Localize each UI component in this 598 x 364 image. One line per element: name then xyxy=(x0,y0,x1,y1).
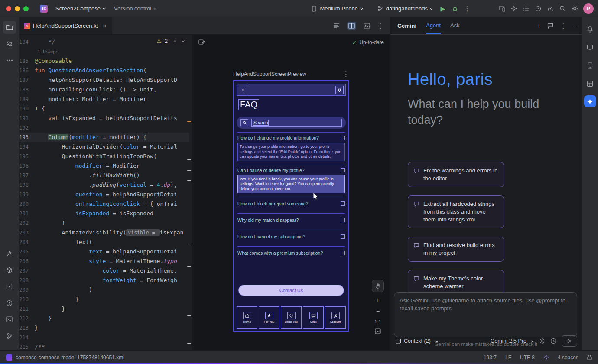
split-view-button[interactable] xyxy=(347,22,356,30)
faq-question-row[interactable]: How do I block or report someone? xyxy=(237,200,345,208)
device-selector[interactable]: Medium Phone xyxy=(307,3,367,15)
code-line[interactable]: 190) { xyxy=(19,104,189,114)
zoom-ratio-button[interactable]: 1:1 xyxy=(374,319,381,324)
search-icon[interactable] xyxy=(556,3,569,15)
next-warning-icon[interactable] xyxy=(182,39,185,42)
usages-inlay[interactable]: 1 Usage xyxy=(35,49,59,55)
caret-position[interactable]: 193:7 xyxy=(484,354,497,361)
project-tool-button[interactable] xyxy=(3,21,16,34)
code-line[interactable]: 1 Usage xyxy=(19,47,189,56)
expand-icon[interactable] xyxy=(341,234,345,239)
code-line[interactable]: 194 HorizontalDivider(color = Material xyxy=(19,142,189,152)
code-line[interactable]: 203 AnimatedVisibility(visible = isExpan xyxy=(19,228,189,237)
search-bar[interactable]: Search xyxy=(237,117,346,129)
code-line[interactable]: 214 xyxy=(19,333,189,342)
pan-hand-button[interactable] xyxy=(372,280,384,292)
faq-question-row[interactable]: Why did my match disappear? xyxy=(237,216,345,224)
tab-agent[interactable]: Agent xyxy=(426,17,441,34)
expand-icon[interactable] xyxy=(341,202,345,206)
code-line[interactable]: 189 modifier: Modifier = Modifier xyxy=(19,94,189,104)
code-line[interactable]: 197 .fillMaxWidth() xyxy=(19,171,189,180)
search-input[interactable]: Search xyxy=(251,119,342,127)
code-line[interactable]: 187 helpAndSupportDetails: HelpAndSuppor… xyxy=(19,75,189,85)
nav-item-for-you[interactable]: For You xyxy=(259,306,280,329)
suggestion-card[interactable]: Extract all hardcoded strings from this … xyxy=(408,195,504,228)
nav-item-chat[interactable]: Chat xyxy=(303,306,324,329)
layout-inspector-icon[interactable] xyxy=(584,77,597,90)
code-line[interactable]: 198 .padding(vertical = 4.dp), xyxy=(19,180,189,190)
code-line[interactable]: 211 } xyxy=(19,304,189,314)
minimize-window-button[interactable] xyxy=(15,6,20,11)
code-line[interactable]: 202 ) xyxy=(19,218,189,228)
conversations-icon[interactable] xyxy=(547,23,553,29)
expand-icon[interactable] xyxy=(341,168,345,172)
file-encoding[interactable]: UTF-8 xyxy=(520,354,535,361)
inspections-widget[interactable]: ⚠ 2 xyxy=(154,37,187,45)
code-line[interactable]: 186fun QuestionAndAnswerInfoSection( xyxy=(19,66,189,75)
code-line[interactable]: 213} xyxy=(19,323,189,333)
ui-check-icon[interactable] xyxy=(198,39,205,46)
tab-ask[interactable]: Ask xyxy=(450,17,460,34)
code-line[interactable]: 205 text = helpAndSupportDetai xyxy=(19,247,189,257)
device-mirroring-icon[interactable] xyxy=(496,3,508,15)
previous-warning-icon[interactable] xyxy=(173,40,176,43)
faq-question-row[interactable]: What comes with a premium subscription? xyxy=(237,249,345,257)
indent-config[interactable]: 4 spaces xyxy=(558,354,578,361)
code-line[interactable]: 185@Composable xyxy=(19,56,189,66)
settings-gear-icon[interactable] xyxy=(335,86,344,94)
back-icon[interactable]: ‹ xyxy=(239,86,247,94)
expand-icon[interactable] xyxy=(341,218,345,222)
preview-sync-status[interactable]: ✓ Up-to-date xyxy=(352,39,384,46)
faq-question-row[interactable]: How do I cancel my subscription? xyxy=(237,233,345,240)
suggestion-card[interactable]: Find and resolve build errors in my proj… xyxy=(408,237,504,262)
faq-question-row[interactable]: How do I change my profile information? xyxy=(237,134,345,142)
project-menu[interactable]: Screen2Compose xyxy=(51,3,110,15)
code-line[interactable]: 210 } xyxy=(19,295,189,304)
code-line[interactable]: 208 fontWeight = FontWeigh xyxy=(19,276,189,285)
lock-icon[interactable] xyxy=(587,354,592,360)
ai-chats-icon[interactable] xyxy=(584,41,597,54)
run-options-kebab[interactable]: ⋮ xyxy=(461,3,473,15)
code-line[interactable]: 215/** xyxy=(19,342,189,350)
design-view-button[interactable] xyxy=(362,22,371,30)
device-manager-icon[interactable] xyxy=(584,59,597,72)
dependencies-tool-button[interactable] xyxy=(3,263,16,276)
close-window-button[interactable] xyxy=(6,6,11,11)
close-tab-icon[interactable]: × xyxy=(103,23,106,29)
line-separator[interactable]: LF xyxy=(505,354,511,361)
build-tool-button[interactable] xyxy=(3,247,16,260)
code-line[interactable]: 191 val isExpanded = helpAndSupportDetai… xyxy=(19,114,189,123)
problems-tool-button[interactable] xyxy=(3,296,16,309)
app-insights-icon[interactable] xyxy=(544,3,556,15)
faq-question-row[interactable]: Can I pause or delete my profile? xyxy=(237,166,345,174)
code-line[interactable]: 204 Text( xyxy=(19,237,189,247)
debug-button[interactable] xyxy=(449,3,461,15)
zoom-to-fit-button[interactable] xyxy=(375,328,381,334)
nav-item-likes-you[interactable]: Likes You xyxy=(281,306,302,329)
nav-item-account[interactable]: Account xyxy=(325,306,346,329)
profiler-icon[interactable] xyxy=(532,3,544,15)
code-line[interactable]: 209 ) xyxy=(19,285,189,295)
code-view-button[interactable] xyxy=(332,22,341,30)
zoom-in-button[interactable]: + xyxy=(376,296,380,303)
expand-icon[interactable] xyxy=(341,136,345,140)
code-line[interactable]: 195 QuestionWithTrailingIconRow( xyxy=(19,152,189,161)
todo-list-icon[interactable] xyxy=(520,3,532,15)
zoom-window-button[interactable] xyxy=(23,6,29,11)
preview-options-kebab[interactable]: ⋮ xyxy=(343,70,349,78)
notifications-bell-icon[interactable] xyxy=(584,23,597,36)
phone-preview[interactable]: ‹ FAQ Search How do I change my profile … xyxy=(233,80,349,332)
code-line[interactable]: 212 } xyxy=(19,314,189,323)
code-line[interactable]: 200 onTrailingIconClick = { onTrai xyxy=(19,199,189,209)
code-line[interactable]: 193 Column(modifier = modifier) { xyxy=(19,133,189,142)
run-button[interactable]: ▶ xyxy=(437,3,449,15)
code-line[interactable]: 206 style = MaterialTheme.typo xyxy=(19,257,189,266)
more-tools-button[interactable] xyxy=(3,54,16,67)
ai-status-icon[interactable] xyxy=(543,354,549,360)
pull-requests-tool-button[interactable] xyxy=(3,37,16,50)
git-tool-button[interactable] xyxy=(3,329,16,342)
suggestion-card[interactable]: Make my Theme's color scheme warmer xyxy=(408,270,504,295)
code-line[interactable]: 196 modifier = Modifier xyxy=(19,161,189,171)
editor-tab[interactable]: K HelpAndSupportScreen.kt × xyxy=(19,17,112,34)
running-devices-tool-button[interactable] xyxy=(3,280,16,293)
